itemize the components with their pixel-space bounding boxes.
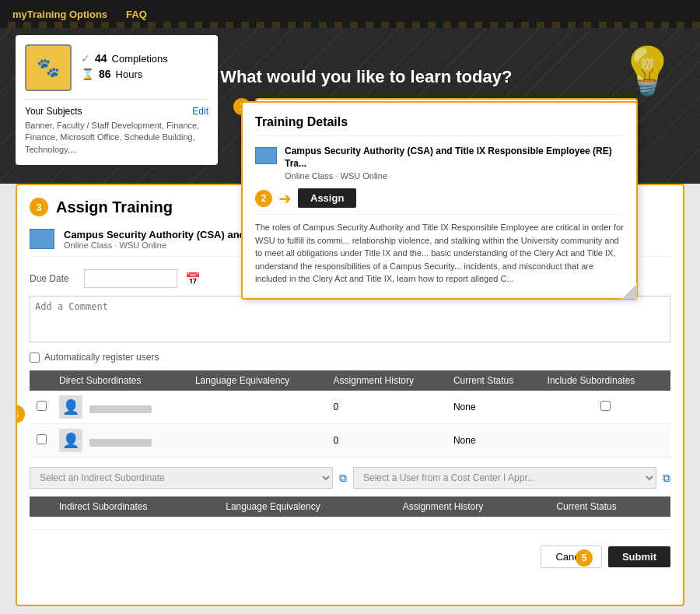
step5-badge: 5 (576, 549, 593, 567)
top-navigation: myTraining Options FAQ (0, 0, 700, 28)
row2-checkbox[interactable] (37, 434, 47, 444)
row1-history: 0 (327, 391, 447, 424)
user1-name (89, 405, 152, 413)
panel-title: Training Details (255, 115, 624, 136)
ind-col-select (30, 496, 53, 517)
comment-textarea[interactable] (30, 296, 670, 342)
row1-include-checkbox[interactable] (600, 401, 611, 411)
user2-name (89, 439, 152, 447)
col-direct-subordinates: Direct Subordinates (53, 370, 189, 391)
cost-center-select[interactable]: Select a User from a Cost Center I Appr.… (353, 467, 656, 489)
auto-register-row: Automatically register users (30, 352, 670, 363)
indirect-subordinates-table: Indirect Subordinates Language Equivalen… (30, 496, 670, 530)
ind-col-current-status: Current Status (550, 496, 670, 517)
completions-label: Completions (112, 53, 168, 65)
assign-training-title: Assign Training (56, 198, 173, 216)
indirect-subordinate-select[interactable]: Select an Indirect Subordinate (30, 467, 333, 489)
training-details-panel: Training Details Campus Security Authori… (241, 101, 638, 300)
direct-subordinates-table: Direct Subordinates Language Equivalency… (30, 370, 670, 458)
training-course-title: Campus Security Authority (CSA) and Titl… (285, 146, 624, 170)
row2-language (189, 424, 327, 458)
indirect-subordinate-row: Select an Indirect Subordinate ⧉ Select … (30, 467, 670, 489)
greeting-text: Hi ! What would you like to learn today? (188, 67, 513, 87)
row2-status: None (447, 424, 541, 458)
subjects-text: Banner, Faculty / Staff Development, Fin… (25, 120, 208, 156)
calendar-icon[interactable]: 📅 (185, 272, 201, 286)
hours-label: Hours (116, 68, 143, 80)
table-row: 👤 0 None (30, 391, 670, 424)
assign-button[interactable]: Assign (298, 188, 356, 208)
row1-status: None (447, 391, 541, 424)
row2-history: 0 (327, 424, 447, 458)
step3-badge: 3 (30, 198, 48, 216)
avatar: 🐾 (25, 44, 72, 91)
user2-avatar: 👤 (59, 429, 82, 452)
completions-icon: ✓ (81, 52, 90, 65)
stats-area: ✓ 44 Completions ⌛ 86 Hours (81, 52, 208, 83)
training-course-icon (255, 147, 277, 164)
col-assignment-history: Assignment History (327, 370, 447, 391)
col-language-equivalency: Language Equivalency (189, 370, 327, 391)
hours-icon: ⌛ (81, 68, 94, 80)
row2-include (541, 424, 670, 458)
col-include-subordinates: Include Subordinates (541, 370, 670, 391)
row2-user: 👤 (53, 424, 189, 458)
row1-user: 👤 (53, 391, 189, 424)
ind-col-indirect-subordinates: Indirect Subordinates (53, 496, 219, 517)
user1-avatar: 👤 (59, 395, 82, 419)
cancel-button[interactable]: Cancel (541, 546, 601, 568)
indirect-link-icon[interactable]: ⧉ (339, 472, 347, 485)
training-course-type: Online Class · WSU Online (285, 171, 624, 181)
ind-col-assignment-history: Assignment History (397, 496, 551, 517)
submit-button[interactable]: Submit (608, 546, 670, 567)
hours-value: 86 (99, 68, 111, 80)
training-description: The roles of Campus Security Authority a… (255, 214, 624, 286)
step4-badge: 4 (16, 405, 25, 423)
nav-my-training[interactable]: myTraining Options (12, 9, 107, 20)
table-row: 👤 0 None (30, 424, 670, 458)
row1-language (189, 391, 327, 424)
ind-col-language-equivalency: Language Equivalency (219, 496, 397, 517)
table-row (30, 517, 670, 529)
nav-faq[interactable]: FAQ (126, 9, 147, 20)
auto-register-label: Automatically register users (44, 352, 159, 363)
course-icon (30, 229, 54, 249)
subjects-label: Your Subjects (25, 106, 82, 117)
step2-badge: 2 (255, 190, 272, 207)
profile-card: 🐾 ✓ 44 Completions ⌛ 86 Hours Your Subje… (16, 35, 218, 165)
subjects-edit-button[interactable]: Edit (192, 106, 208, 117)
row1-checkbox[interactable] (37, 401, 47, 411)
col-current-status: Current Status (447, 370, 541, 391)
due-date-label: Due Date (30, 273, 76, 284)
col-select (30, 370, 53, 391)
auto-register-checkbox[interactable] (30, 353, 40, 363)
bottom-buttons: 5 Cancel Submit (30, 539, 670, 568)
lightbulb-icon: 💡 (618, 44, 677, 99)
due-date-input[interactable] (84, 269, 177, 288)
arrow-icon: ➜ (278, 189, 292, 208)
cost-center-link-icon[interactable]: ⧉ (663, 472, 670, 485)
completions-value: 44 (95, 52, 107, 65)
